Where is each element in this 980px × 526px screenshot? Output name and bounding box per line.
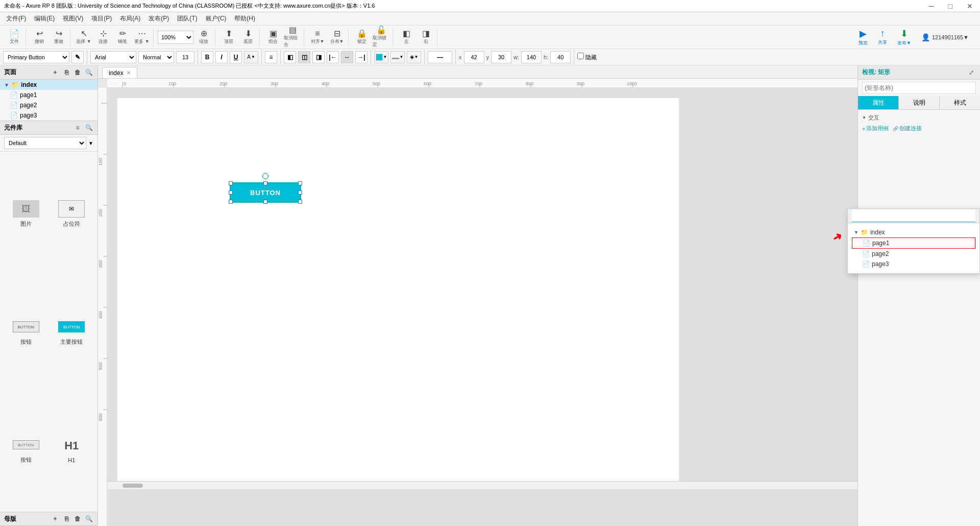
halign-left-btn[interactable]: |← <box>327 51 339 63</box>
redo-btn[interactable]: ↪ 重做 <box>50 28 68 46</box>
tab-attributes[interactable]: 属性 <box>858 96 899 109</box>
widget-item-small-button[interactable]: BUTTON 按钮 <box>4 392 48 508</box>
shadow-color-btn[interactable]: ◈ ▼ <box>407 51 421 63</box>
shape-name-input[interactable] <box>862 82 976 94</box>
align-left-btn[interactable]: ◧ <box>284 51 296 63</box>
pages-duplicate-btn[interactable]: ⎘ <box>62 68 71 77</box>
component-edit-btn[interactable]: ✎ <box>71 51 84 63</box>
handle-mid-right[interactable] <box>298 190 302 195</box>
right-panel-expand-btn[interactable]: ⤢ <box>967 68 976 77</box>
minimize-btn[interactable]: ─ <box>926 2 937 10</box>
widget-item-primary-button[interactable]: BUTTON 主要按钮 <box>50 274 94 390</box>
border-style-btn[interactable]: — <box>428 51 452 63</box>
handle-bot-left[interactable] <box>229 200 233 204</box>
handle-bot-right[interactable] <box>298 200 302 204</box>
group-btn[interactable]: ▣ 组合 <box>264 28 282 46</box>
pages-search-btn[interactable]: 🔍 <box>84 68 93 77</box>
list-btn[interactable]: ≡ <box>265 51 277 63</box>
h-scrollbar-thumb[interactable] <box>122 484 143 488</box>
unlock-btn[interactable]: 🔓 取消锁定 <box>372 28 390 46</box>
masters-delete-btn[interactable]: 🗑 <box>73 514 82 523</box>
handle-bot-mid[interactable] <box>263 200 267 204</box>
more-btn[interactable]: ⋯ 更多 ▼ <box>133 28 151 46</box>
x-input[interactable] <box>464 51 484 63</box>
menu-team[interactable]: 团队(T) <box>173 13 201 24</box>
distribute-btn[interactable]: ⊟ 分布▼ <box>328 28 346 46</box>
align-btn[interactable]: ≡ 对齐▼ <box>308 28 327 46</box>
pages-item-index[interactable]: ▼ 📁 index <box>0 80 97 90</box>
widgets-search-btn[interactable]: 🔍 <box>84 123 93 132</box>
popup-item-index[interactable]: ▼ 📁 index <box>852 227 975 237</box>
pages-item-page2[interactable]: 📄 page2 <box>0 100 97 110</box>
font-color-btn[interactable]: A ▼ <box>244 51 258 63</box>
menu-layout[interactable]: 布局(A) <box>116 13 144 24</box>
handle-top-mid[interactable] <box>263 181 267 185</box>
preview-btn[interactable]: ▶ 预览 <box>854 27 872 47</box>
popup-item-page1[interactable]: 📄 page1 <box>852 237 975 249</box>
widget-item-heading[interactable]: H1 H1 <box>50 392 94 508</box>
font-size-input[interactable] <box>176 51 194 63</box>
menu-project[interactable]: 项目(P) <box>87 13 116 24</box>
masters-duplicate-btn[interactable]: ⎘ <box>62 514 71 523</box>
handle-top-left[interactable] <box>229 181 233 185</box>
menu-account[interactable]: 账户(C) <box>202 13 231 24</box>
menu-help[interactable]: 帮助(H) <box>230 13 259 24</box>
left-btn[interactable]: ◧ 左 <box>397 28 415 46</box>
menu-view[interactable]: 视图(V) <box>59 13 87 24</box>
halign-center-btn[interactable]: ↔ <box>341 51 353 63</box>
menu-file[interactable]: 文件(F) <box>2 13 30 24</box>
new-btn[interactable]: 📄 文件 <box>5 28 23 46</box>
tab-index[interactable]: index ✕ <box>102 67 137 78</box>
halign-right-btn[interactable]: →| <box>355 51 368 63</box>
popup-item-page2[interactable]: 📄 page2 <box>852 249 975 259</box>
hidden-label[interactable]: 隐藏 <box>577 53 597 61</box>
component-name-dropdown[interactable]: Primary Button <box>3 51 69 63</box>
widgets-menu-btn[interactable]: ≡ <box>73 123 82 132</box>
right-btn[interactable]: ◨ 右 <box>416 28 435 46</box>
underline-btn[interactable]: U <box>230 51 242 63</box>
pen-btn[interactable]: ✏ 钢笔 <box>113 28 132 46</box>
handle-mid-left[interactable] <box>229 190 233 195</box>
pages-delete-btn[interactable]: 🗑 <box>73 68 82 77</box>
canvas-button-widget[interactable]: BUTTON <box>230 182 301 203</box>
bold-btn[interactable]: B <box>201 51 213 63</box>
popup-search-input[interactable] <box>852 210 975 222</box>
widget-item-image[interactable]: 🖼 图片 <box>4 156 48 272</box>
widget-item-placeholder[interactable]: ✉ 占位符 <box>50 156 94 272</box>
border-color-btn[interactable]: ▼ <box>390 51 405 63</box>
h-scrollbar[interactable] <box>107 481 857 489</box>
create-link-link[interactable]: 创建连接 <box>893 125 922 132</box>
pages-item-page3[interactable]: 📄 page3 <box>0 110 97 121</box>
maximize-btn[interactable]: □ <box>945 2 955 10</box>
fill-color-btn[interactable]: ▼ <box>374 51 388 63</box>
menu-edit[interactable]: 编辑(E) <box>30 13 59 24</box>
masters-add-btn[interactable]: + <box>51 514 60 523</box>
h-input[interactable] <box>550 51 571 63</box>
style-select[interactable]: Normal <box>138 51 174 63</box>
pages-item-page1[interactable]: 📄 page1 <box>0 90 97 100</box>
top-btn[interactable]: ⬆ 顶层 <box>219 28 238 46</box>
connect-btn[interactable]: ⊹ 连接 <box>94 28 112 46</box>
bottom-btn[interactable]: ⬇ 底层 <box>239 28 257 46</box>
widget-item-button[interactable]: BUTTON 按钮 <box>4 274 48 390</box>
zoom-btn[interactable]: ⊕ 缩放 <box>194 28 213 46</box>
pages-add-btn[interactable]: + <box>51 68 60 77</box>
close-btn[interactable]: ✕ <box>964 2 976 10</box>
add-case-link[interactable]: 添加用例 <box>862 125 889 132</box>
undo-btn[interactable]: ↩ 撤销 <box>30 28 48 46</box>
share-btn[interactable]: ↑ 共享 <box>874 27 891 47</box>
tab-close-btn[interactable]: ✕ <box>127 70 131 76</box>
popup-item-page3[interactable]: 📄 page3 <box>852 259 975 269</box>
masters-search-btn[interactable]: 🔍 <box>84 514 93 523</box>
font-select[interactable]: Arial <box>90 51 136 63</box>
lock-btn[interactable]: 🔒 锁定 <box>353 28 371 46</box>
canvas-scroll[interactable]: BUTTON <box>107 88 857 526</box>
rotate-handle[interactable] <box>262 173 268 179</box>
align-center-btn[interactable]: ◫ <box>298 51 310 63</box>
w-input[interactable] <box>521 51 542 63</box>
publish-btn[interactable]: ⬇ 发布▼ <box>893 27 915 47</box>
italic-btn[interactable]: I <box>215 51 228 63</box>
align-right-btn[interactable]: ◨ <box>312 51 325 63</box>
user-info[interactable]: 👤 1214901165▼ <box>917 33 973 41</box>
menu-publish[interactable]: 发布(P) <box>144 13 173 24</box>
